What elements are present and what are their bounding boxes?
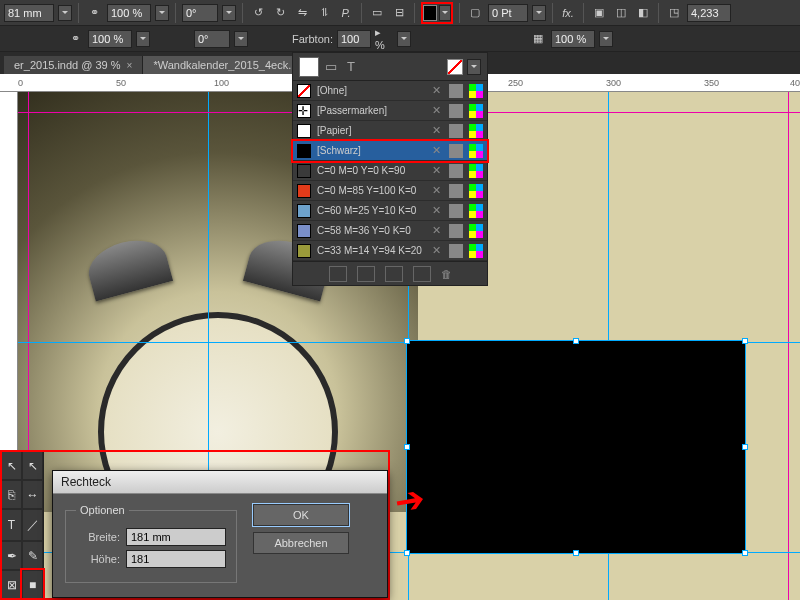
flip-h-icon[interactable]: ⇋ xyxy=(293,4,311,22)
swatch-row[interactable]: C=33 M=14 Y=94 K=20✕ xyxy=(293,241,487,261)
color-mode-icon xyxy=(469,224,483,238)
rectangle-frame[interactable] xyxy=(406,340,746,554)
swatch-row[interactable]: [Papier]✕ xyxy=(293,121,487,141)
cannot-edit-icon: ✕ xyxy=(429,224,443,238)
text-formatting-icon[interactable]: T xyxy=(343,59,359,75)
fill-dd-icon[interactable] xyxy=(439,5,451,21)
show-color-icon[interactable] xyxy=(357,266,375,282)
resize-handle[interactable] xyxy=(742,550,748,556)
resize-handle[interactable] xyxy=(742,338,748,344)
farbton-field[interactable] xyxy=(337,30,371,48)
perspective-icon[interactable]: P. xyxy=(337,4,355,22)
swatches-panel[interactable]: ▭ T [Ohne]✕✛[Passermarken]✕[Papier]✕[Sch… xyxy=(292,52,488,286)
stroke-weight-field[interactable] xyxy=(488,4,528,22)
link-icon[interactable]: ⚭ xyxy=(85,4,103,22)
cannot-edit-icon: ✕ xyxy=(429,244,443,258)
resize-handle[interactable] xyxy=(404,444,410,450)
swatch-row[interactable]: C=0 M=85 Y=100 K=0✕ xyxy=(293,181,487,201)
none-swatch-icon[interactable] xyxy=(447,59,463,75)
swatch-label: [Passermarken] xyxy=(317,105,423,116)
swatch-label: C=0 M=85 Y=100 K=0 xyxy=(317,185,423,196)
shear-field[interactable] xyxy=(194,30,230,48)
link-2-icon[interactable]: ⚭ xyxy=(66,30,84,48)
opacity-dd-icon[interactable] xyxy=(599,31,613,47)
show-all-icon[interactable] xyxy=(329,266,347,282)
distribute-icon[interactable]: ⊟ xyxy=(390,4,408,22)
show-gradient-icon[interactable] xyxy=(385,266,403,282)
flip-v-icon[interactable]: ⥮ xyxy=(315,4,333,22)
opacity-field[interactable] xyxy=(551,30,595,48)
farbton-dd-icon[interactable] xyxy=(397,31,411,47)
textwrap-2-icon[interactable]: ◫ xyxy=(612,4,630,22)
swatch-row[interactable]: C=0 M=0 Y=0 K=90✕ xyxy=(293,161,487,181)
swatch-color-icon xyxy=(297,244,311,258)
rotate-cw-icon[interactable]: ↻ xyxy=(271,4,289,22)
opacity-icon[interactable]: ▦ xyxy=(529,30,547,48)
trash-icon[interactable]: 🗑 xyxy=(441,268,452,280)
fx-icon[interactable]: fx. xyxy=(559,4,577,22)
control-bar-1: ⚭ ↺ ↻ ⇋ ⥮ P. ▭ ⊟ ▢ fx. ▣ ◫ ◧ ◳ xyxy=(0,0,800,26)
color-type-icon xyxy=(449,204,463,218)
textwrap-3-icon[interactable]: ◧ xyxy=(634,4,652,22)
textwrap-1-icon[interactable]: ▣ xyxy=(590,4,608,22)
swatch-row[interactable]: ✛[Passermarken]✕ xyxy=(293,101,487,121)
dialog-height-field[interactable] xyxy=(126,550,226,568)
swatch-label: C=33 M=14 Y=94 K=20 xyxy=(317,245,423,256)
control-bar-2: ⚭ Farbton: ▸ % ▦ xyxy=(0,26,800,52)
resize-handle[interactable] xyxy=(404,550,410,556)
swatch-color-icon xyxy=(297,224,311,238)
swatch-color-icon xyxy=(297,84,311,98)
scale-y-dd-icon[interactable] xyxy=(136,31,150,47)
swatch-color-icon xyxy=(297,124,311,138)
dialog-width-field[interactable] xyxy=(126,528,226,546)
cancel-button[interactable]: Abbrechen xyxy=(253,532,349,554)
resize-handle[interactable] xyxy=(573,550,579,556)
swatch-row[interactable]: [Ohne]✕ xyxy=(293,81,487,101)
color-type-icon xyxy=(449,164,463,178)
rotate-ccw-icon[interactable]: ↺ xyxy=(249,4,267,22)
rotation-dd-icon[interactable] xyxy=(222,5,236,21)
shear-dd-icon[interactable] xyxy=(234,31,248,47)
cannot-edit-icon: ✕ xyxy=(429,184,443,198)
coord-x-field[interactable] xyxy=(687,4,731,22)
color-mode-icon xyxy=(469,144,483,158)
resize-handle[interactable] xyxy=(573,338,579,344)
width-label: Breite: xyxy=(76,531,120,543)
swatch-row[interactable]: C=58 M=36 Y=0 K=0✕ xyxy=(293,221,487,241)
width-field[interactable] xyxy=(4,4,54,22)
rotation-field[interactable] xyxy=(182,4,218,22)
cannot-edit-icon: ✕ xyxy=(429,144,443,158)
swatch-label: C=60 M=25 Y=10 K=0 xyxy=(317,205,423,216)
swatch-row[interactable]: C=60 M=25 Y=10 K=0✕ xyxy=(293,201,487,221)
color-mode-icon xyxy=(469,244,483,258)
swatch-color-icon xyxy=(297,164,311,178)
panel-menu-icon[interactable] xyxy=(467,59,481,75)
swatch-row[interactable]: [Schwarz]✕ xyxy=(293,141,487,161)
close-icon[interactable]: × xyxy=(127,60,133,71)
color-type-icon xyxy=(449,84,463,98)
fill-proxy-icon[interactable] xyxy=(299,57,319,77)
stroke-dd-icon[interactable] xyxy=(532,5,546,21)
scale-x-dd-icon[interactable] xyxy=(155,5,169,21)
swatch-color-icon xyxy=(297,144,311,158)
swatches-footer: 🗑 xyxy=(293,261,487,285)
scale-x-field[interactable] xyxy=(107,4,151,22)
cannot-edit-icon: ✕ xyxy=(429,204,443,218)
color-mode-icon xyxy=(469,104,483,118)
width-dropdown-icon[interactable] xyxy=(58,5,72,21)
corner-icon[interactable]: ◳ xyxy=(665,4,683,22)
stroke-swatch-icon[interactable]: ▢ xyxy=(466,4,484,22)
ok-button[interactable]: OK xyxy=(253,504,349,526)
resize-handle[interactable] xyxy=(404,338,410,344)
fill-swatch-icon[interactable] xyxy=(423,5,437,21)
dialog-title: Rechteck xyxy=(53,471,387,494)
align-icon[interactable]: ▭ xyxy=(368,4,386,22)
scale-y-field[interactable] xyxy=(88,30,132,48)
new-swatch-icon[interactable] xyxy=(413,266,431,282)
swatch-label: [Schwarz] xyxy=(317,145,423,156)
tab-doc-1[interactable]: er_2015.indd @ 39 %× xyxy=(4,56,143,74)
resize-handle[interactable] xyxy=(742,444,748,450)
color-mode-icon xyxy=(469,84,483,98)
container-formatting-icon[interactable]: ▭ xyxy=(323,59,339,75)
color-mode-icon xyxy=(469,184,483,198)
